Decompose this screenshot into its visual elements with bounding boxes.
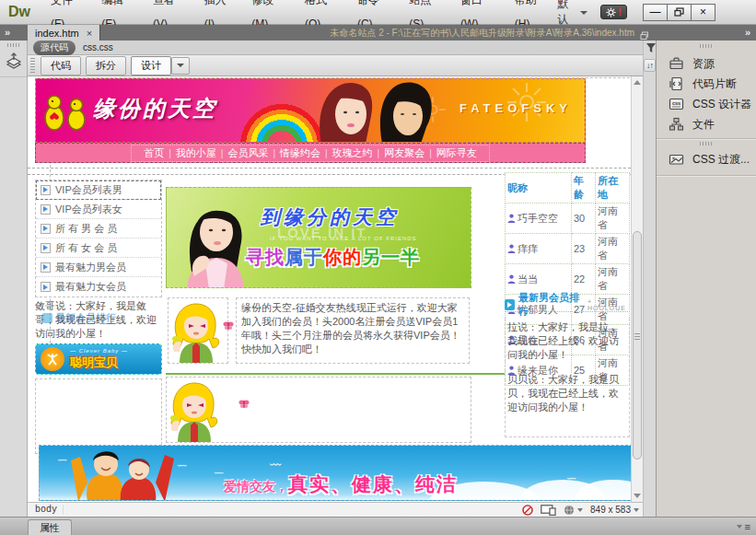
- list-arrow-icon: [41, 262, 51, 273]
- tab-close-icon[interactable]: ×: [87, 28, 92, 39]
- member-location: 河南省: [596, 264, 630, 295]
- table-row[interactable]: 巧手空空 30 河南省: [506, 204, 630, 234]
- sort-order-button[interactable]: ↓↑: [644, 59, 656, 72]
- nav-internet-search[interactable]: 网际寻友: [436, 146, 477, 160]
- design-view-canvas[interactable]: 缘份的天空 FATEOFSKY 首页 | 我的小屋 | 会员风采: [28, 76, 643, 502]
- blonde-girl-graphic: [169, 298, 227, 363]
- status-right-group: 849 x 583: [515, 505, 639, 516]
- panel-tab-label: CSS 设计器: [692, 97, 751, 112]
- member-speeches-block: 拉说：大家好，我是拉，我现在已经上线，欢迎访问我的小屋！ 贝贝说：大家好，我是贝…: [505, 318, 630, 437]
- rail-divider: [0, 76, 27, 77]
- nav-home[interactable]: 首页: [144, 146, 164, 160]
- happy-couple-graphic: [62, 446, 181, 501]
- site-title-english: FATEOFSKY: [459, 101, 572, 115]
- member-location: 河南省: [596, 234, 630, 264]
- scroll-down-icon[interactable]: [634, 494, 641, 498]
- right-dock-panel: 资源 代码片断 css CSS 设计器 文: [656, 41, 756, 517]
- panel-grip[interactable]: [700, 142, 713, 145]
- extract-panel-icon[interactable]: [5, 52, 23, 71]
- vertical-scrollbar[interactable]: [631, 76, 643, 502]
- window-size-label: 849 x 583: [590, 505, 631, 515]
- menu-lines-glyph: ≡: [745, 521, 750, 532]
- menu-label: 所 有 女 会 员: [55, 241, 117, 255]
- tag-selector-body[interactable]: body: [33, 505, 64, 515]
- menu-charm-male[interactable]: 最有魅力男会员: [36, 258, 161, 277]
- close-button[interactable]: ×: [691, 4, 715, 21]
- panel-tab-css-transitions[interactable]: CSS 过渡...: [657, 149, 756, 169]
- menu-all-male[interactable]: 所 有 男 会 员: [36, 219, 161, 238]
- rank-suffix: + HOOLOUE: [587, 298, 630, 311]
- nav-rose-date[interactable]: 玫瑰之约: [332, 146, 373, 160]
- nav-links-row: 首页 | 我的小屋 | 会员风采 | 情缘约会 | 玫瑰之约 | 网友聚会 | …: [131, 145, 490, 162]
- site-banner: 缘份的天空 FATEOFSKY: [35, 78, 586, 143]
- table-row[interactable]: 痒痒 23 河南省: [506, 234, 630, 264]
- minimize-button[interactable]: —: [643, 4, 668, 21]
- workspace-switcher[interactable]: 默认: [557, 0, 587, 28]
- nav-member-style[interactable]: 会员风采: [227, 146, 268, 160]
- nav-love-date[interactable]: 情缘约会: [280, 146, 320, 160]
- css-designer-icon: css: [669, 97, 684, 111]
- menu-charm-female[interactable]: 最有魅力女会员: [36, 277, 161, 297]
- restore-button[interactable]: [667, 4, 692, 21]
- panel-tab-files[interactable]: 文件: [657, 114, 756, 134]
- snippets-icon: [669, 76, 684, 91]
- bottom-banner: ﹏ ﹏ ﹏ ﹏ ﹏ 爱情交友，真实、健康、纯洁: [39, 445, 633, 501]
- error-check-icon[interactable]: [522, 505, 533, 516]
- member-speech: 敛哥说：大家好，我是敛哥，我现在已经上线，欢迎访问我的小屋！: [35, 299, 162, 341]
- tab-properties[interactable]: 属性: [28, 519, 72, 535]
- nav-separator: |: [169, 148, 171, 158]
- tab-label: index.htm: [35, 28, 79, 39]
- panel-separator: [657, 175, 756, 177]
- chevron-down-icon: [634, 508, 639, 512]
- globe-icon: [564, 505, 575, 516]
- promo-banner: LOVE IN IT 到缘分的天空 IF YOU WANT TO MAKE A …: [166, 187, 471, 288]
- panel-tab-label: CSS 过渡...: [692, 152, 750, 168]
- nav-separator: |: [378, 148, 380, 158]
- tab-index-htm[interactable]: index.htm ×: [28, 25, 100, 41]
- left-column: VIP会员列表男 VIP会员列表女 所 有 男 会 员 所 有 女 会 员 最有…: [35, 180, 162, 297]
- nav-my-house[interactable]: 我的小屋: [176, 146, 216, 160]
- blonde-girl-graphic: [167, 378, 226, 442]
- design-view-button[interactable]: 设计: [131, 56, 171, 76]
- preview-in-browser[interactable]: [564, 505, 583, 516]
- design-view-dropdown[interactable]: [171, 57, 190, 75]
- scroll-up-icon[interactable]: [634, 80, 641, 85]
- window-size-selector[interactable]: 849 x 583: [590, 505, 639, 515]
- panel-collapse-left-icon[interactable]: »: [5, 25, 10, 41]
- table-header-row: 昵称 年龄 所在地: [506, 173, 630, 204]
- code-view-button[interactable]: 代码: [41, 56, 81, 76]
- smart-baby-ad-banner[interactable]: — Clever Baby — 聪明宝贝: [35, 343, 162, 375]
- assets-icon: [669, 56, 684, 71]
- menu-vip-female[interactable]: VIP会员列表女: [36, 200, 161, 219]
- nav-separator: |: [325, 148, 328, 158]
- col-age: 年龄: [572, 173, 596, 204]
- announcement-text: 缘份的天空-征婚交友热线现正式运行，欢迎大家加入我们的会员！头2000名注册会员…: [236, 297, 470, 364]
- panel-tab-snippets[interactable]: 代码片断: [657, 74, 756, 94]
- panel-grip[interactable]: [700, 44, 713, 48]
- panel-tab-assets[interactable]: 资源: [657, 53, 756, 74]
- panel-menu-icon[interactable]: ≡: [734, 521, 750, 532]
- scrollbar-thumb[interactable]: [633, 231, 642, 459]
- panel-tab-css-designer[interactable]: css CSS 设计器: [657, 94, 756, 114]
- menu-label: 最有魅力女会员: [55, 280, 126, 294]
- second-image-row: [166, 377, 471, 443]
- menu-label: VIP会员列表男: [55, 183, 122, 197]
- panel-tab-label: 资源: [692, 56, 715, 72]
- window-controls: — ×: [644, 4, 715, 21]
- panel-collapse-right-icon[interactable]: »: [745, 25, 750, 41]
- split-view-button[interactable]: 拆分: [86, 56, 126, 76]
- menu-vip-male[interactable]: VIP会员列表男: [36, 180, 161, 200]
- related-files-bar: 源代码 css.css: [28, 41, 643, 55]
- nav-netfriend-party[interactable]: 网友聚会: [384, 146, 425, 160]
- member-age: 23: [572, 234, 596, 264]
- source-code-button[interactable]: 源代码: [33, 41, 76, 55]
- device-preview-icon[interactable]: [541, 505, 556, 516]
- rail-grip[interactable]: [7, 43, 20, 47]
- menu-all-female[interactable]: 所 有 女 会 员: [36, 238, 161, 258]
- toolbar-grip[interactable]: [30, 58, 35, 73]
- update-notification-button[interactable]: !: [600, 5, 627, 19]
- related-file-css[interactable]: css.css: [83, 42, 113, 52]
- couple-faces-graphic: [305, 79, 443, 143]
- butterfly-icon: [223, 321, 234, 331]
- line2-seg: 寻找: [246, 247, 285, 267]
